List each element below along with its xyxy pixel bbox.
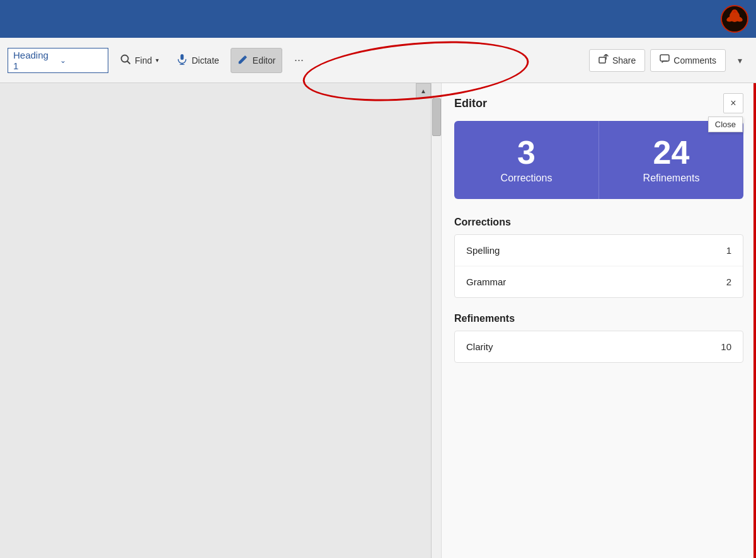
heading-label: Heading 1 (13, 50, 56, 71)
document-area: ▲ (0, 83, 441, 558)
comment-icon (660, 54, 670, 66)
svg-rect-8 (181, 54, 184, 60)
editor-button[interactable]: Editor (231, 48, 283, 73)
share-icon (598, 54, 609, 66)
search-icon (120, 54, 131, 67)
spelling-row[interactable]: Spelling 1 (455, 235, 743, 266)
clarity-label: Clarity (466, 341, 493, 352)
heading-selector[interactable]: Heading 1 ⌄ (8, 48, 108, 73)
more-options-button[interactable]: ··· (287, 49, 310, 72)
find-label: Find (135, 55, 152, 65)
svg-rect-13 (660, 55, 669, 61)
chevron-down-ribbon-icon: ▾ (738, 55, 742, 65)
corrections-items-card: Spelling 1 Grammar 2 (454, 234, 743, 298)
spelling-label: Spelling (466, 245, 500, 256)
more-icon: ··· (294, 54, 304, 67)
collapse-ribbon-button[interactable]: ▾ (731, 52, 748, 69)
main-content: ▲ Editor × Close 3 Corrections 24 Refine… (0, 83, 756, 558)
ribbon-right: Share Comments ▾ (589, 49, 748, 72)
grammar-count: 2 (726, 276, 731, 287)
editor-panel-header: Editor × Close (442, 83, 756, 121)
refinements-card[interactable]: 24 Refinements (599, 121, 743, 199)
red-edge-bar (753, 83, 756, 558)
close-icon: × (730, 98, 736, 109)
dictate-label: Dictate (192, 55, 219, 65)
clarity-row[interactable]: Clarity 10 (455, 331, 743, 362)
dictate-button[interactable]: Dictate (170, 48, 226, 73)
editor-panel-title: Editor (454, 97, 487, 110)
comments-label: Comments (673, 55, 716, 65)
stats-cards: 3 Corrections 24 Refinements (454, 121, 743, 199)
find-chevron-icon: ▾ (156, 57, 159, 64)
svg-rect-11 (599, 57, 605, 63)
title-bar (0, 0, 756, 38)
corrections-section-header: Corrections (442, 212, 756, 234)
profile-avatar[interactable] (721, 5, 748, 33)
refinements-items-card: Clarity 10 (454, 331, 743, 363)
editor-label: Editor (253, 55, 276, 65)
scroll-up-button[interactable]: ▲ (416, 83, 431, 98)
svg-line-7 (128, 62, 130, 64)
close-panel-button[interactable]: × Close (723, 93, 743, 113)
chevron-down-icon: ⌄ (60, 56, 103, 65)
refinements-label: Refinements (643, 173, 700, 184)
document-scrollbar[interactable] (431, 83, 441, 558)
corrections-count: 3 (517, 136, 536, 169)
scroll-up-icon: ▲ (420, 88, 427, 94)
scrollbar-thumb[interactable] (432, 98, 441, 136)
refinements-section-header: Refinements (442, 308, 756, 331)
corrections-card[interactable]: 3 Corrections (454, 121, 599, 199)
share-label: Share (612, 55, 636, 65)
find-button[interactable]: Find ▾ (113, 48, 165, 73)
refinements-count: 24 (653, 136, 690, 169)
svg-point-6 (122, 55, 129, 62)
corrections-label: Corrections (501, 173, 553, 184)
clarity-count: 10 (721, 341, 731, 352)
spelling-count: 1 (726, 245, 731, 256)
grammar-row[interactable]: Grammar 2 (455, 266, 743, 297)
share-button[interactable]: Share (589, 49, 645, 72)
editor-pen-icon (238, 54, 249, 67)
grammar-label: Grammar (466, 276, 506, 287)
close-tooltip: Close (708, 117, 743, 132)
editor-panel: Editor × Close 3 Corrections 24 Refineme… (441, 83, 756, 558)
microphone-icon (176, 54, 188, 67)
ribbon-bar: Heading 1 ⌄ Find ▾ Dictate (0, 38, 756, 83)
comments-button[interactable]: Comments (650, 49, 726, 72)
